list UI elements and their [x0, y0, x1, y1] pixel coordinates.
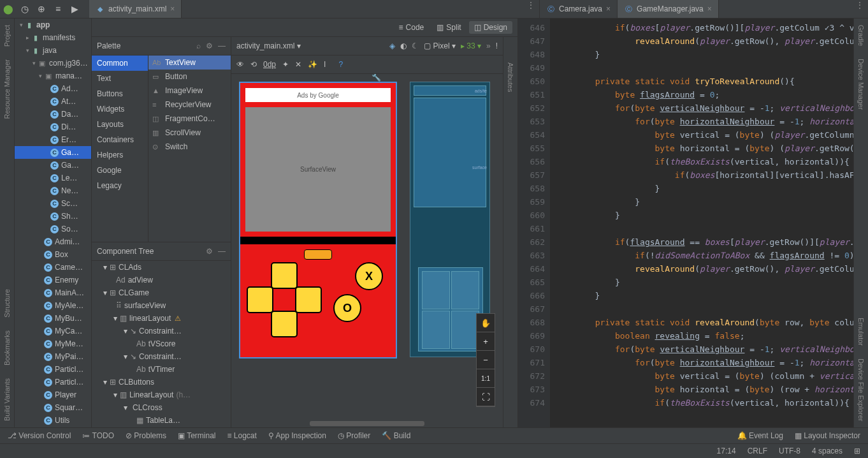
theme-icon[interactable]: ◐ — [400, 41, 407, 50]
autoconnect-icon[interactable]: ⟲ — [250, 60, 257, 69]
component-tree-item[interactable]: ▾↘Constraint… — [92, 325, 231, 337]
night-icon[interactable]: ☾ — [412, 41, 419, 50]
project-tree-item[interactable]: CSc… — [15, 197, 91, 210]
palette-component[interactable]: ▥ScrollView — [148, 126, 231, 140]
palette-component[interactable]: ◫FragmentCo… — [148, 112, 231, 126]
component-tree-item[interactable]: AdadView — [92, 274, 231, 286]
project-tree-item[interactable]: CGa… — [15, 159, 91, 172]
component-tree-item[interactable]: ▾↘Constraint… — [92, 350, 231, 363]
x-button[interactable]: X — [355, 262, 383, 290]
component-tree-item[interactable]: AbtVTimer — [92, 363, 231, 376]
mode-code[interactable]: ≡Code — [394, 21, 430, 34]
file-selector[interactable]: activity_main.xml ▾ — [236, 41, 301, 50]
status-app-inspection[interactable]: ⚲ App Inspection — [268, 431, 326, 440]
tool-bookmarks[interactable]: Bookmarks — [3, 330, 11, 366]
gear-icon[interactable]: ⚙ — [206, 41, 213, 50]
dpad-left[interactable] — [247, 286, 273, 313]
tabs-more-icon[interactable]: ⋮ — [851, 0, 868, 18]
project-tree-item[interactable]: CLe… — [15, 172, 91, 184]
component-tree-item[interactable]: ▾⊞CLAds — [92, 261, 231, 274]
palette-category[interactable]: Helpers — [92, 147, 148, 163]
orientation-icon[interactable]: ◈ — [389, 41, 395, 50]
android-icon[interactable]: ⬤ — [1, 2, 15, 16]
status-indent[interactable]: 4 spaces — [812, 447, 843, 455]
project-tree-item[interactable]: ▾▮java — [15, 44, 91, 57]
status-event-log[interactable]: 🔔 Event Log — [737, 431, 783, 440]
status-line-sep[interactable]: CRLF — [748, 447, 767, 455]
status-profiler[interactable]: ◷ Profiler — [338, 431, 370, 440]
status-todo[interactable]: ≔ TODO — [82, 431, 114, 440]
tab-activity-main-xml[interactable]: ◆ activity_main.xml × — [89, 0, 182, 18]
component-tree-item[interactable]: ▾⊞CLGame — [92, 286, 231, 299]
project-tree-item[interactable]: CMyCa… — [15, 325, 91, 337]
project-tree-item[interactable]: CMainA… — [15, 286, 91, 299]
component-tree-item[interactable]: ▾CLCross — [92, 401, 231, 414]
search-icon[interactable]: ⌕ — [196, 41, 201, 50]
palette-component[interactable]: ▭Button — [148, 70, 231, 84]
api-selector[interactable]: ▸ 33 ▾ — [461, 41, 481, 50]
orange-button[interactable] — [304, 249, 332, 260]
project-tree-item[interactable]: CGa… — [15, 146, 91, 159]
project-tree-item[interactable]: ▾▣com.jg36… — [15, 57, 91, 70]
project-tree-item[interactable]: CMyBu… — [15, 312, 91, 325]
canvas-h-scrollbar[interactable] — [231, 420, 503, 427]
tool-resource-manager[interactable]: Resource Manager — [3, 59, 11, 119]
mode-split[interactable]: ▥Split — [431, 21, 466, 34]
project-tree-item[interactable]: CEnemy — [15, 274, 91, 286]
project-tree-item[interactable]: CAdmi… — [15, 235, 91, 248]
palette-component[interactable]: ≡RecyclerView — [148, 98, 231, 112]
close-icon[interactable]: × — [606, 4, 611, 13]
project-tree-item[interactable]: CMyPai… — [15, 350, 91, 363]
device-selector[interactable]: ▢ Pixel ▾ — [424, 41, 456, 50]
clear-icon[interactable]: ✕ — [295, 60, 301, 69]
tab-camera-java[interactable]: Ⓒ Camera.java × — [540, 0, 618, 18]
project-tree-item[interactable]: CParticl… — [15, 376, 91, 388]
palette-component[interactable]: ▲ImageView — [148, 84, 231, 98]
component-tree-item[interactable]: ▦TableLa… — [92, 414, 231, 427]
align-icon[interactable]: I — [324, 60, 326, 69]
tool-gradle[interactable]: Gradle — [857, 25, 865, 46]
project-tree-item[interactable]: CDi… — [15, 121, 91, 133]
status-widget-icon[interactable]: ⊞ — [854, 447, 860, 455]
palette-category[interactable]: Legacy — [92, 178, 148, 193]
palette-category[interactable]: Containers — [92, 132, 148, 147]
project-tree-item[interactable]: CParticl… — [15, 363, 91, 376]
close-icon[interactable]: × — [170, 4, 175, 13]
wrench-icon[interactable]: 🔧 — [372, 74, 381, 82]
status-version-control[interactable]: ⎇ Version Control — [8, 431, 71, 440]
zoom-out[interactable]: − — [477, 351, 495, 369]
infer-icon[interactable]: ✦ — [282, 60, 289, 69]
project-tree-item[interactable]: CMyMe… — [15, 337, 91, 350]
component-tree-item[interactable]: ▾▥linearLayout⚠ — [92, 312, 231, 325]
pan-icon[interactable]: ✋ — [477, 314, 495, 332]
palette-category[interactable]: Widgets — [92, 101, 148, 117]
tab-gamemanager-java[interactable]: Ⓒ GameManager.java × — [618, 0, 719, 18]
palette-category[interactable]: Buttons — [92, 86, 148, 101]
palette-category[interactable]: Text — [92, 71, 148, 86]
gutter[interactable]: 6466476486496506516526536546556566576586… — [518, 18, 550, 427]
palette-category[interactable]: Layouts — [92, 117, 148, 132]
close-icon[interactable]: × — [707, 4, 712, 13]
project-tree-item[interactable]: CCame… — [15, 261, 91, 274]
o-button[interactable]: O — [333, 294, 361, 322]
project-tree-item[interactable]: CMyAle… — [15, 299, 91, 312]
target-icon[interactable]: ⊕ — [34, 2, 48, 16]
project-tree-item[interactable]: CAd… — [15, 82, 91, 95]
status-build[interactable]: 🔨 Build — [382, 431, 410, 440]
gear-icon[interactable]: ⚙ — [206, 247, 213, 256]
surface-view[interactable]: SurfaceView — [245, 107, 391, 232]
attributes-label[interactable]: Attributes — [507, 63, 514, 92]
project-tree-item[interactable]: CUtils — [15, 414, 91, 427]
minimize-icon[interactable]: — — [218, 41, 226, 50]
minimize-icon[interactable]: — — [218, 247, 226, 256]
mode-design[interactable]: ◫Design — [469, 21, 512, 34]
project-tree-item[interactable]: ▾▣mana… — [15, 70, 91, 82]
tool-emulator[interactable]: Emulator — [857, 318, 865, 346]
project-tree-item[interactable]: CEr… — [15, 133, 91, 146]
tool-build-variants[interactable]: Build Variants — [3, 378, 11, 421]
project-tree-item[interactable]: CSo… — [15, 223, 91, 235]
attributes-panel[interactable]: Attributes — [503, 37, 517, 427]
project-tree-item[interactable]: ▸▮manifests — [15, 31, 91, 44]
status-encoding[interactable]: UTF-8 — [779, 447, 800, 455]
project-tree-item[interactable]: CSquar… — [15, 401, 91, 414]
